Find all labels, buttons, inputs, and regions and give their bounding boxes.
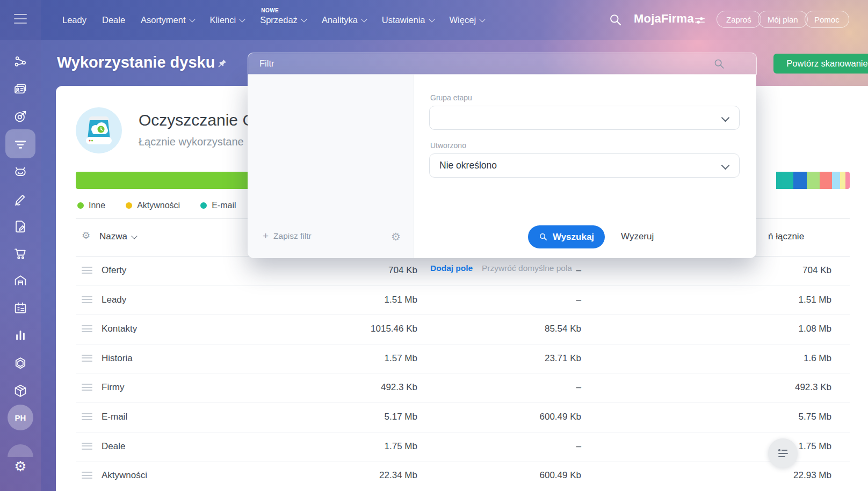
plus-icon: +: [263, 230, 269, 242]
reset-filter-button[interactable]: Wyzeruj: [621, 231, 654, 242]
pen-icon[interactable]: [13, 192, 28, 207]
card-subtitle: Łącznie wykorzystane: [139, 136, 244, 148]
chevron-down-icon: [721, 162, 730, 170]
package-icon[interactable]: [13, 383, 28, 398]
created-select[interactable]: Nie określono: [429, 153, 740, 178]
target-icon[interactable]: [13, 109, 28, 124]
menu-item-klienci[interactable]: Klienci: [210, 15, 245, 25]
legend-item: Aktywności: [126, 201, 180, 210]
chevron-down-icon: [189, 16, 195, 22]
chevron-down-icon: [301, 16, 307, 22]
invite-button[interactable]: Zaproś: [717, 11, 761, 28]
menu-item-ustawienia[interactable]: Ustawienia: [382, 15, 434, 25]
hexagon-icon[interactable]: [13, 356, 28, 371]
drag-handle-icon[interactable]: [82, 472, 92, 481]
usage-segment-segment-pink: [845, 172, 850, 189]
chevron-down-icon: [131, 233, 137, 239]
rescan-button[interactable]: Powtórz skanowanie: [773, 54, 868, 74]
field-label-created: Utworzono: [430, 141, 466, 150]
table-row[interactable]: Historia1.57 Mb23.71 Kb1.6 Mb: [76, 344, 850, 373]
left-sidebar: PH ⚙: [0, 0, 41, 491]
robot-icon[interactable]: [13, 164, 28, 179]
sliders-icon[interactable]: [694, 14, 706, 26]
chevron-down-icon: [721, 114, 730, 122]
filter-placeholder: Filtr: [259, 58, 274, 69]
column-header-name[interactable]: Nazwa: [99, 231, 136, 242]
menu-item-sprzedaz[interactable]: NOWESprzedaż: [260, 15, 306, 25]
bar-chart-icon[interactable]: [13, 328, 28, 343]
list-icon: [778, 449, 780, 451]
share-network-icon[interactable]: [13, 54, 28, 69]
filter-settings-gear-icon[interactable]: ⚙: [391, 230, 401, 243]
card-title: Oczyszczanie C: [139, 111, 254, 129]
chevron-down-icon: [239, 16, 245, 22]
usage-segment-segment-teal: [776, 172, 793, 189]
drag-handle-icon[interactable]: [82, 325, 92, 334]
help-button[interactable]: Pomoc: [805, 11, 849, 28]
legend-item: Inne: [77, 201, 105, 210]
restore-default-fields-link[interactable]: Przywróć domyślne pola: [482, 263, 572, 273]
top-navigation-bar: Leady Deale Asortyment Klienci NOWESprze…: [0, 0, 868, 40]
drag-handle-icon[interactable]: [82, 267, 92, 276]
usage-table: Oferty704 Kb–704 Kb Leady1.51 Mb–1.51 Mb…: [76, 257, 850, 490]
page-title: Wykorzystanie dysku: [57, 54, 215, 71]
menu-item-deale[interactable]: Deale: [102, 15, 125, 25]
usage-segment-segment-salmon: [820, 172, 832, 189]
usage-legend: Inne Aktywności E-mail: [77, 201, 236, 210]
new-badge: NOWE: [261, 8, 279, 13]
document-edit-icon[interactable]: [13, 219, 28, 234]
drag-handle-icon[interactable]: [82, 296, 92, 305]
search-icon[interactable]: [713, 58, 725, 70]
main-menu: Leady Deale Asortyment Klienci NOWESprze…: [62, 0, 484, 40]
filter-search-bar[interactable]: Filtr: [248, 53, 757, 75]
user-avatar[interactable]: PH: [8, 405, 33, 430]
menu-item-wiecej[interactable]: Więcej: [450, 15, 485, 25]
my-plan-button[interactable]: Mój plan: [758, 11, 808, 28]
partial-avatar[interactable]: [8, 444, 33, 457]
usage-segment-segment-blue: [793, 172, 807, 189]
stage-group-select[interactable]: [429, 106, 740, 130]
save-filter-button[interactable]: + Zapisz filtr: [263, 230, 312, 242]
legend-item: E-mail: [200, 201, 236, 210]
chevron-down-icon: [479, 16, 485, 22]
table-row[interactable]: E-mail5.17 Mb600.49 Kb5.75 Mb: [76, 402, 850, 432]
drag-handle-icon[interactable]: [82, 443, 92, 452]
contact-card-icon[interactable]: [13, 82, 28, 97]
usage-segment-segment-lightgreen: [807, 172, 820, 189]
table-row[interactable]: Leady1.51 Mb–1.51 Mb: [76, 285, 850, 315]
warehouse-icon[interactable]: [13, 273, 28, 288]
menu-item-analityka[interactable]: Analityka: [322, 15, 366, 25]
table-row[interactable]: Kontakty1015.46 Kb85.54 Kb1.08 Mb: [76, 314, 850, 344]
disk-cleanup-icon: [76, 107, 122, 153]
field-label-stage-group: Grupa etapu: [430, 93, 472, 102]
calendar-icon[interactable]: [13, 301, 28, 316]
table-row[interactable]: Deale1.75 Mb–1.75 Mb: [76, 432, 850, 461]
cart-icon[interactable]: [13, 246, 28, 261]
usage-segment-spacer-white: [755, 172, 776, 189]
company-name[interactable]: MojaFirma: [634, 12, 694, 26]
usage-segment-segment-lightblue: [832, 172, 840, 189]
menu-item-leady[interactable]: Leady: [62, 15, 86, 25]
search-icon[interactable]: [609, 13, 623, 27]
column-header-total[interactable]: ń łącznie: [768, 231, 804, 242]
chevron-down-icon: [361, 16, 367, 22]
quick-list-floating-button[interactable]: [768, 438, 798, 468]
settings-gear-icon[interactable]: ⚙: [14, 457, 26, 475]
add-field-link[interactable]: Dodaj pole: [430, 263, 473, 273]
table-settings-gear-icon[interactable]: ⚙: [82, 230, 90, 241]
drag-handle-icon[interactable]: [82, 413, 92, 422]
drag-handle-icon[interactable]: [82, 384, 92, 393]
table-row[interactable]: Aktywności22.34 Mb600.49 Kb22.93 Mb: [76, 461, 850, 490]
legend-dot: [126, 202, 132, 209]
pin-icon[interactable]: [216, 58, 228, 70]
filter-dropdown-panel: + Zapisz filtr ⚙ Grupa etapu Utworzono N…: [248, 75, 756, 258]
legend-dot: [77, 202, 84, 209]
funnel-icon[interactable]: [13, 137, 28, 152]
chevron-down-icon: [429, 16, 435, 22]
table-row[interactable]: Firmy492.3 Kb–492.3 Kb: [76, 373, 850, 402]
menu-item-asortyment[interactable]: Asortyment: [141, 15, 194, 25]
usage-segment-segment-yellow: [840, 172, 845, 189]
drag-handle-icon[interactable]: [82, 355, 92, 364]
search-icon: [539, 232, 548, 241]
search-submit-button[interactable]: Wyszukaj: [528, 225, 605, 248]
